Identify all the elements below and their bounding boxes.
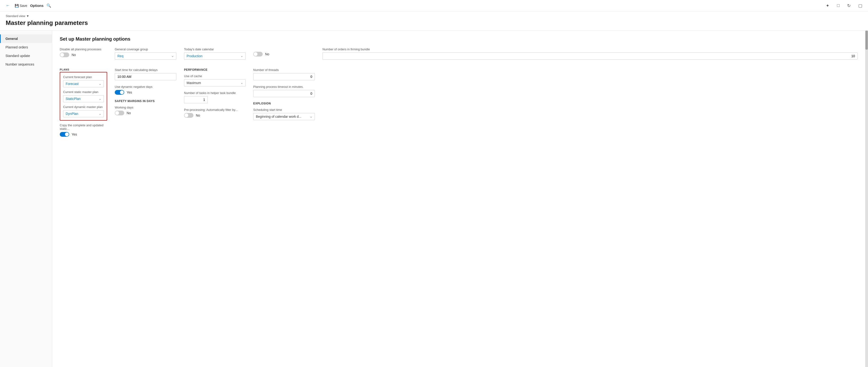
working-days-toggle-text: No [127,111,131,115]
number-threads-group: Number of threads [253,68,315,80]
dropdown-arrow-icon: ⌄ [241,81,243,85]
copy-complete-toggle[interactable] [60,132,69,137]
use-dynamic-toggle[interactable] [115,90,124,95]
save-button[interactable]: 💾 Save [13,3,29,8]
general-coverage-group-label: General coverage group [115,48,177,51]
scheduling-start-time-group: Scheduling start time Beginning of calen… [253,108,315,120]
number-threads-label: Number of threads [253,68,315,72]
search-button[interactable]: 🔍 [44,2,53,9]
view-selector[interactable]: Standard view ▼ [6,14,862,18]
use-of-cache-value: Maximum [187,81,201,85]
right-toggle-no[interactable] [253,52,263,56]
start-time-group: Start time for calculating delays [115,68,177,80]
current-dynamic-plan-value: DynPlan [66,112,78,116]
use-dynamic-toggle-text: Yes [127,90,132,94]
sidebar: General Planned orders Standard update N… [0,31,52,367]
dropdown-arrow-icon: ⌄ [99,82,101,85]
sidebar-item-planned-orders[interactable]: Planned orders [0,43,52,52]
top-bar: ← 💾 Save Options 🔍 ✦ □ ↻ ▢ [0,0,868,11]
scheduling-start-time-value: Beginning of calendar work d... [256,115,301,118]
sidebar-item-standard-update[interactable]: Standard update [0,52,52,60]
scrollbar-thumb[interactable] [865,31,868,50]
disable-planning-toggle[interactable] [60,53,69,57]
expand-icon-button[interactable]: ▢ [857,2,864,9]
current-static-plan-group: Current static master plan StaticPlan ⌄ [63,90,104,102]
split-icon-button[interactable]: □ [835,2,841,9]
todays-date-calendar-field: Today's date calendar Production ⌄ [184,48,246,60]
diamond-icon-button[interactable]: ✦ [824,2,831,9]
todays-date-calendar-label: Today's date calendar [184,48,246,51]
right-toggle-no-wrapper: No [253,52,315,56]
plans-label: PLANS [60,68,107,71]
current-forecast-plan-dropdown[interactable]: Forecast ⌄ [63,80,104,87]
dropdown-arrow-icon: ⌄ [310,115,312,118]
dropdown-arrow-icon: ⌄ [99,112,101,115]
current-dynamic-plan-label: Current dynamic master plan [63,105,104,109]
performance-section: PERFORMANCE [184,68,246,72]
row-1: Disable all planning processes No Genera… [60,48,858,64]
current-static-plan-label: Current static master plan [63,90,104,94]
toggle-thumb [184,113,188,117]
general-coverage-group-value: Req [117,54,124,58]
number-orders-firming-input[interactable] [322,53,858,60]
top-bar-right: ✦ □ ↻ ▢ [824,2,864,9]
current-static-plan-value: StaticPlan [66,97,81,101]
current-static-plan-dropdown[interactable]: StaticPlan ⌄ [63,95,104,102]
use-dynamic-label: Use dynamic negative days [115,85,177,88]
todays-date-calendar-value: Production [187,54,203,58]
dropdown-arrow-icon: ⌄ [99,97,101,101]
toggle-track [60,132,69,137]
explosion-section: EXPLOSION [253,102,315,105]
scheduling-start-time-label: Scheduling start time [253,108,315,112]
preprocessing-toggle[interactable] [184,113,193,118]
sidebar-item-label: Standard update [5,54,30,58]
planning-timeout-label: Planning process timeout in minutes. [253,85,315,88]
page-label: Options [30,4,43,8]
safety-margins-section: SAFETY MARGINS IN DAYS [115,100,177,103]
working-days-toggle[interactable] [115,111,124,115]
main-layout: General Planned orders Standard update N… [0,31,868,367]
scrollbar[interactable] [865,31,868,367]
use-dynamic-negative-days-group: Use dynamic negative days Yes [115,85,177,95]
working-days-label: Working days [115,106,177,109]
number-threads-input[interactable] [253,73,315,80]
toggle-track [115,111,124,115]
number-tasks-helper-input[interactable] [184,96,208,103]
preprocessing-label: Pre-processing: Automatically filter by.… [184,108,246,112]
scheduling-start-time-dropdown[interactable]: Beginning of calendar work d... ⌄ [253,113,315,120]
right-col: Number of threads Planning process timeo… [253,68,315,125]
page-header: Standard view ▼ Master planning paramete… [0,11,868,31]
disable-planning-toggle-text: No [71,53,76,57]
toggle-track [253,52,263,56]
todays-date-calendar-dropdown[interactable]: Production ⌄ [184,53,246,60]
preprocessing-group: Pre-processing: Automatically filter by.… [184,108,246,118]
disable-planning-group: Disable all planning processes No [60,48,107,57]
section-title: Set up Master planning options [60,36,858,42]
start-time-input[interactable] [115,73,177,80]
toggle-thumb [60,53,64,57]
use-of-cache-dropdown[interactable]: Maximum ⌄ [184,79,246,86]
plans-box: Current forecast plan Forecast ⌄ Current… [60,72,107,121]
content-area: Set up Master planning options Disable a… [52,31,865,367]
back-icon: ← [6,3,10,8]
sidebar-item-general[interactable]: General [0,34,52,43]
planning-timeout-input[interactable] [253,90,315,97]
use-of-cache-group: Use of cache Maximum ⌄ [184,74,246,86]
preprocessing-toggle-wrapper: No [184,113,246,118]
current-dynamic-plan-dropdown[interactable]: DynPlan ⌄ [63,110,104,117]
toggle-thumb [120,90,124,94]
middle-col3: PERFORMANCE Use of cache Maximum ⌄ Numbe… [184,68,246,122]
working-days-toggle-wrapper: No [115,111,177,115]
planning-timeout-group: Planning process timeout in minutes. [253,85,315,97]
disable-planning-toggle-wrapper: No [60,53,107,57]
copy-complete-group: Copy the complete and updated static... … [60,123,107,137]
current-dynamic-plan-group: Current dynamic master plan DynPlan ⌄ [63,105,104,117]
save-label: Save [20,4,27,8]
row-2: PLANS Current forecast plan Forecast ⌄ C… [60,68,858,141]
refresh-icon-button[interactable]: ↻ [845,2,852,9]
use-of-cache-label: Use of cache [184,74,246,78]
back-button[interactable]: ← [4,2,12,9]
general-coverage-group-dropdown[interactable]: Req ⌄ [115,53,177,60]
number-tasks-helper-label: Number of tasks in helper task bundle [184,91,246,95]
sidebar-item-number-sequences[interactable]: Number sequences [0,60,52,68]
